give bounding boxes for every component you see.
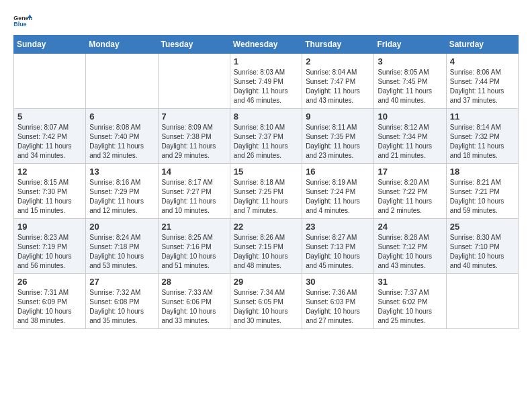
calendar-cell: 21Sunrise: 8:25 AMSunset: 7:16 PMDayligh… (158, 219, 230, 274)
day-info-line: Sunrise: 8:03 AM (234, 68, 298, 77)
day-info-line: Sunset: 7:18 PM (89, 242, 154, 252)
day-info-line: Daylight: 10 hours (378, 252, 442, 261)
day-info-line: Sunrise: 8:27 AM (306, 233, 370, 242)
day-info-line: Daylight: 11 hours (17, 197, 82, 206)
day-number: 28 (162, 277, 226, 287)
day-number: 25 (450, 222, 515, 232)
calendar-week-row: 26Sunrise: 7:31 AMSunset: 6:09 PMDayligh… (14, 274, 519, 329)
day-info-line: and 59 minutes. (450, 206, 515, 216)
calendar-cell: 13Sunrise: 8:16 AMSunset: 7:29 PMDayligh… (86, 164, 158, 219)
day-info-line: Sunset: 7:44 PM (450, 77, 515, 87)
day-info-line: Sunset: 7:45 PM (378, 77, 442, 87)
day-info-line: Daylight: 11 hours (378, 87, 442, 96)
day-info-line: Sunset: 7:49 PM (234, 77, 298, 87)
day-info-line: Daylight: 10 hours (17, 307, 82, 316)
day-number: 18 (450, 167, 515, 177)
day-info-line: Daylight: 11 hours (306, 87, 370, 96)
day-info-line: Sunset: 7:47 PM (306, 77, 370, 87)
weekday-header-saturday: Saturday (446, 36, 518, 54)
day-info-line: Daylight: 11 hours (89, 197, 154, 206)
day-info-line: Sunrise: 7:32 AM (89, 288, 154, 298)
day-info-line: Sunrise: 8:11 AM (306, 123, 370, 132)
day-info-line: Sunrise: 8:28 AM (378, 233, 442, 242)
day-number: 6 (89, 111, 154, 122)
day-info-line: and 2 minutes. (378, 206, 442, 216)
day-number: 1 (234, 56, 298, 66)
calendar-cell: 6Sunrise: 8:08 AMSunset: 7:40 PMDaylight… (86, 109, 158, 164)
day-info-line: Sunrise: 8:24 AM (89, 233, 154, 242)
day-number: 14 (162, 167, 226, 177)
calendar-cell: 20Sunrise: 8:24 AMSunset: 7:18 PMDayligh… (86, 219, 158, 274)
day-info-line: Daylight: 11 hours (234, 142, 298, 151)
day-info-line: Daylight: 10 hours (306, 252, 370, 261)
day-info-line: Daylight: 11 hours (450, 142, 515, 151)
calendar-cell: 12Sunrise: 8:15 AMSunset: 7:30 PMDayligh… (14, 164, 86, 219)
day-number: 3 (378, 56, 442, 66)
day-info-line: and 43 minutes. (378, 261, 442, 271)
day-info-line: and 45 minutes. (306, 261, 370, 271)
calendar-cell: 4Sunrise: 8:06 AMSunset: 7:44 PMDaylight… (446, 54, 518, 109)
calendar-cell: 8Sunrise: 8:10 AMSunset: 7:37 PMDaylight… (230, 109, 302, 164)
calendar-cell: 19Sunrise: 8:23 AMSunset: 7:19 PMDayligh… (14, 219, 86, 274)
calendar-cell (14, 54, 86, 109)
day-info-line: and 51 minutes. (162, 261, 226, 271)
day-info-line: Sunrise: 8:23 AM (17, 233, 82, 242)
day-number: 8 (234, 111, 298, 122)
day-number: 5 (17, 111, 82, 122)
day-info-line: and 48 minutes. (234, 261, 298, 271)
day-number: 29 (234, 277, 298, 287)
day-info-line: Sunset: 7:34 PM (378, 132, 442, 142)
day-info-line: Sunrise: 8:07 AM (17, 123, 82, 132)
day-info-line: and 18 minutes. (450, 151, 515, 161)
day-number: 7 (162, 111, 226, 122)
day-info-line: Sunrise: 8:15 AM (17, 178, 82, 187)
day-info-line: Sunrise: 8:06 AM (450, 68, 515, 77)
day-info-line: Sunset: 7:25 PM (234, 187, 298, 197)
day-info-line: Sunset: 7:40 PM (89, 132, 154, 142)
weekday-header-thursday: Thursday (302, 36, 374, 54)
calendar-cell (158, 54, 230, 109)
day-info-line: and 26 minutes. (234, 151, 298, 161)
day-info-line: Sunset: 6:02 PM (378, 298, 442, 307)
calendar-cell: 26Sunrise: 7:31 AMSunset: 6:09 PMDayligh… (14, 274, 86, 329)
day-info-line: and 10 minutes. (162, 206, 226, 216)
day-info-line: Sunset: 7:16 PM (162, 242, 226, 252)
day-info-line: Sunset: 7:12 PM (378, 242, 442, 252)
day-info-line: and 32 minutes. (89, 151, 154, 161)
day-info-line: Sunset: 7:35 PM (306, 132, 370, 142)
day-info-line: Daylight: 10 hours (89, 307, 154, 316)
day-info-line: Sunrise: 7:31 AM (17, 288, 82, 298)
day-info-line: Sunrise: 8:16 AM (89, 178, 154, 187)
day-info-line: Sunset: 7:42 PM (17, 132, 82, 142)
calendar-cell: 15Sunrise: 8:18 AMSunset: 7:25 PMDayligh… (230, 164, 302, 219)
weekday-header-monday: Monday (86, 36, 158, 54)
day-info-line: Sunrise: 8:25 AM (162, 233, 226, 242)
day-info-line: Sunset: 7:37 PM (234, 132, 298, 142)
day-info-line: Sunrise: 8:18 AM (234, 178, 298, 187)
day-number: 2 (306, 56, 370, 66)
day-number: 24 (378, 222, 442, 232)
day-info-line: Sunset: 7:13 PM (306, 242, 370, 252)
weekday-header-sunday: Sunday (14, 36, 86, 54)
calendar-cell: 18Sunrise: 8:21 AMSunset: 7:21 PMDayligh… (446, 164, 518, 219)
day-info-line: and 27 minutes. (306, 316, 370, 326)
calendar-cell: 17Sunrise: 8:20 AMSunset: 7:22 PMDayligh… (374, 164, 446, 219)
day-number: 20 (89, 222, 154, 232)
day-info-line: Sunrise: 7:36 AM (306, 288, 370, 298)
calendar-cell: 16Sunrise: 8:19 AMSunset: 7:24 PMDayligh… (302, 164, 374, 219)
day-number: 9 (306, 111, 370, 122)
day-info-line: and 4 minutes. (306, 206, 370, 216)
day-info-line: and 23 minutes. (306, 151, 370, 161)
day-info-line: Daylight: 11 hours (306, 197, 370, 206)
day-info-line: Daylight: 10 hours (450, 252, 515, 261)
calendar-cell: 11Sunrise: 8:14 AMSunset: 7:32 PMDayligh… (446, 109, 518, 164)
calendar-cell: 27Sunrise: 7:32 AMSunset: 6:08 PMDayligh… (86, 274, 158, 329)
weekday-header-friday: Friday (374, 36, 446, 54)
day-info-line: Sunset: 6:08 PM (89, 298, 154, 307)
day-info-line: Sunset: 7:32 PM (450, 132, 515, 142)
day-number: 13 (89, 167, 154, 177)
day-info-line: Daylight: 10 hours (234, 307, 298, 316)
calendar-week-row: 1Sunrise: 8:03 AMSunset: 7:49 PMDaylight… (14, 54, 519, 109)
day-info-line: Sunrise: 8:19 AM (306, 178, 370, 187)
day-info-line: Sunset: 7:10 PM (450, 242, 515, 252)
